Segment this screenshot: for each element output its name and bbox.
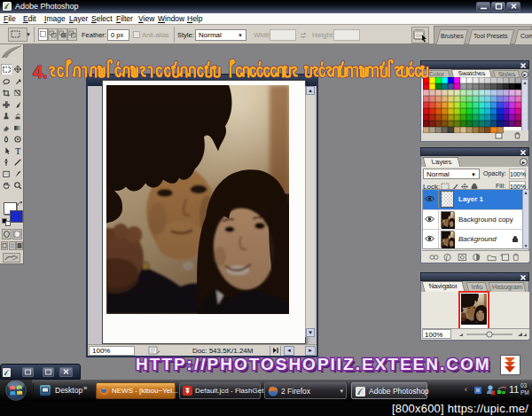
svg-text:4.: 4. [33, 62, 48, 82]
svg-text:T: T [15, 146, 20, 156]
